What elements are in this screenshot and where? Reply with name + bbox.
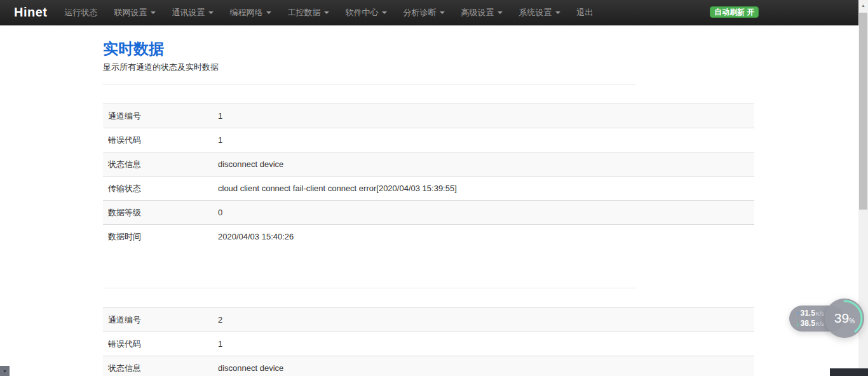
page-subtitle: 显示所有通道的状态及实时数据 [103, 62, 754, 73]
caret-down-icon [266, 11, 271, 14]
row-label: 错误代码 [103, 339, 218, 350]
nav-item-label: 编程网络 [230, 7, 263, 18]
nav-item-software-center[interactable]: 软件中心 [337, 0, 395, 25]
table-row: 状态信息 disconnect device [103, 356, 754, 376]
nav-item-system-settings[interactable]: 系统设置 [511, 0, 569, 25]
table-row: 错误代码 1 [103, 128, 754, 152]
nav-item-label: 系统设置 [519, 7, 552, 18]
caret-down-icon [208, 11, 214, 14]
brand-logo[interactable]: Hinet [14, 5, 48, 20]
page-title: 实时数据 [103, 39, 754, 58]
nav-item-analysis-diagnosis[interactable]: 分析诊断 [395, 0, 453, 25]
caret-down-icon [498, 11, 503, 14]
caret-down-icon [440, 11, 445, 14]
section-divider [103, 84, 635, 84]
nav-item-logout[interactable]: 退出 [569, 0, 602, 25]
row-label: 数据等级 [103, 207, 218, 218]
nav-item-programming-network[interactable]: 编程网络 [222, 0, 280, 25]
row-label: 状态信息 [103, 363, 218, 374]
nav-item-label: 软件中心 [346, 7, 379, 18]
scrollbar-thumb[interactable] [859, 13, 867, 210]
nav-item-label: 联网设置 [114, 7, 147, 18]
row-label: 通道编号 [103, 111, 218, 122]
nav-item-label: 分析诊断 [403, 7, 437, 18]
upload-arrow-icon: ↑ [796, 309, 800, 318]
row-value: 2 [218, 315, 754, 325]
row-value: 1 [218, 135, 754, 145]
row-label: 传输状态 [103, 183, 218, 194]
row-value: disconnect device [218, 363, 754, 373]
progress-ring-arc [825, 299, 864, 338]
upload-speed-unit: K/s [816, 309, 824, 319]
nav-item-label: 高级设置 [461, 7, 494, 18]
nav-item-label: 运行状态 [65, 7, 98, 18]
table-row: 状态信息 disconnect device [103, 152, 754, 176]
upload-speed-value: 31.5 [801, 309, 815, 318]
nav-item-label: 通讯设置 [172, 7, 205, 18]
scroll-down-button[interactable]: ▼ [0, 366, 10, 376]
download-speed-unit: K/s [816, 319, 824, 329]
table-row: 通道编号 1 [103, 104, 754, 128]
main-content: 实时数据 显示所有通道的状态及实时数据 通道编号 1 错误代码 1 状态信息 d… [103, 25, 754, 376]
download-overlay-widget[interactable]: ↑ 31.5 K/s ↓ 38.5 K/s 39 % [788, 298, 865, 339]
download-arrow-icon: ↓ [796, 319, 800, 328]
nav-item-run-status[interactable]: 运行状态 [57, 0, 106, 25]
row-value: 1 [218, 339, 754, 349]
section-divider [103, 288, 635, 288]
nav-item-label: 退出 [577, 7, 593, 18]
row-label: 数据时间 [103, 231, 218, 243]
table-row: 数据等级 0 [103, 200, 754, 224]
auto-refresh-badge[interactable]: 自动刷新 开 [710, 6, 759, 18]
download-speed-value: 38.5 [801, 319, 815, 328]
table-row: 数据时间 2020/04/03 15:40:26 [103, 224, 754, 248]
nav-item-advanced-settings[interactable]: 高级设置 [453, 0, 511, 25]
nav-item-comm-settings[interactable]: 通讯设置 [164, 0, 222, 25]
table-row: 错误代码 1 [103, 332, 754, 356]
row-label: 状态信息 [103, 159, 218, 170]
row-value: disconnect device [218, 159, 754, 169]
channel-1-table: 通道编号 1 错误代码 1 状态信息 disconnect device 传输状… [103, 104, 754, 248]
nav-item-industrial-data[interactable]: 工控数据 [280, 0, 337, 25]
row-value: 1 [218, 111, 754, 121]
caret-down-icon [324, 11, 329, 14]
table-row: 通道编号 2 [103, 307, 754, 332]
row-value: cloud client connect fail-client connect… [218, 184, 754, 193]
nav-item-network-settings[interactable]: 联网设置 [106, 0, 164, 25]
caret-down-icon [151, 11, 156, 14]
caret-down-icon [382, 11, 387, 14]
row-label: 错误代码 [103, 135, 218, 146]
row-label: 通道编号 [103, 314, 218, 326]
channel-2-table: 通道编号 2 错误代码 1 状态信息 disconnect device [103, 307, 754, 376]
row-value: 2020/04/03 15:40:26 [218, 232, 754, 241]
nav-item-label: 工控数据 [288, 7, 321, 18]
table-row: 传输状态 cloud client connect fail-client co… [103, 176, 754, 200]
bottom-dark-panel [830, 368, 868, 376]
progress-circle[interactable]: 39 % [825, 299, 864, 338]
scroll-up-button[interactable]: ▲ [858, 0, 868, 10]
caret-down-icon [555, 11, 560, 14]
nav-menu: 运行状态 联网设置 通讯设置 编程网络 工控数据 软件中心 分析诊断 高级设置 … [57, 0, 602, 25]
row-value: 0 [218, 208, 754, 217]
